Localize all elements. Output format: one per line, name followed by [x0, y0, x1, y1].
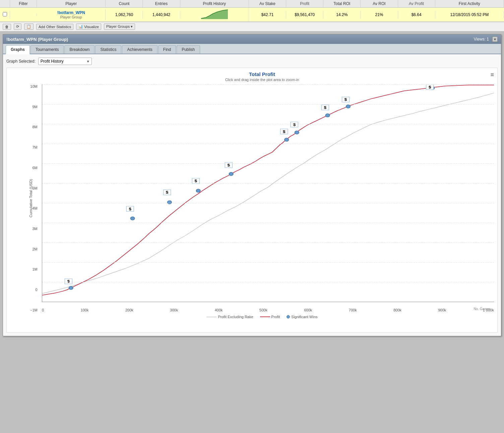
table-row: !botfarm_WPN Player Group 1,062,760 1,44…: [0, 8, 504, 22]
graph-select-row: Graph Selected: Profit History ROI Histo…: [6, 58, 498, 65]
window-title: !botfarm_WPN (Player Group): [6, 37, 68, 42]
tab-find[interactable]: Find: [158, 45, 176, 54]
svg-text:$: $: [324, 105, 327, 110]
legend-profit-excl-line: [206, 317, 216, 317]
tab-tournaments[interactable]: Tournaments: [30, 45, 64, 54]
col-av-profit: Av Profit: [398, 0, 435, 7]
y-tick-10m: 10M: [30, 84, 37, 88]
legend-sig-wins-dot: [287, 315, 290, 318]
player-name[interactable]: !botfarm_WPN: [40, 10, 103, 15]
x-tick-800k: 800k: [393, 308, 401, 312]
y-tick-4m: 4M: [32, 206, 37, 210]
row-entries: 1,440,942: [143, 11, 180, 18]
col-count: Count: [106, 0, 143, 7]
row-filter: [10, 13, 37, 16]
refresh-button[interactable]: ⟳: [14, 23, 21, 30]
tab-achievements[interactable]: Achievements: [122, 45, 157, 54]
sparkline-svg: [201, 9, 228, 19]
col-entries: Entries: [143, 0, 180, 7]
svg-text:$: $: [129, 207, 131, 211]
graph-select-label: Graph Selected:: [6, 59, 36, 64]
data-table: Filter Player Count Entries Profit Histo…: [0, 0, 504, 22]
x-tick-500k: 500k: [259, 308, 267, 312]
copy-button[interactable]: 📋: [24, 23, 34, 30]
graph-select[interactable]: Profit History ROI History Stake History: [38, 58, 92, 65]
col-av-stake: Av Stake: [249, 0, 286, 7]
row-first-activity: 12/18/2015 05:52 PM: [435, 11, 504, 18]
row-player: !botfarm_WPN Player Group: [37, 9, 106, 20]
sig-win-5: [229, 172, 233, 176]
row-av-roi: 21%: [361, 11, 398, 18]
grid-4m: [42, 203, 494, 203]
tab-breakdown[interactable]: Breakdown: [64, 45, 94, 54]
close-button[interactable]: ×: [492, 37, 498, 42]
col-filter: Filter: [10, 0, 37, 7]
sig-win-2: [130, 217, 134, 220]
graph-select-wrapper[interactable]: Profit History ROI History Stake History: [38, 58, 92, 65]
tab-publish[interactable]: Publish: [177, 45, 200, 54]
col-profit: Profit: [286, 0, 323, 7]
legend-sig-wins: Significant Wins: [287, 315, 317, 319]
chart-container: Total Profit Click and drag inside the p…: [6, 68, 498, 333]
sig-win-8: [326, 114, 330, 117]
x-tick-200k: 200k: [125, 308, 133, 312]
y-tick-7m: 7M: [32, 145, 37, 149]
x-axis: 0 100k 200k 300k 400k 500k 600k 700k 800…: [42, 307, 494, 312]
window-titlebar: !botfarm_WPN (Player Group) Views: 1 ×: [3, 34, 501, 44]
row-total-roi: 14.2%: [323, 11, 361, 18]
sig-win-6: [285, 138, 289, 141]
x-tick-700k: 700k: [349, 308, 357, 312]
svg-text:$: $: [67, 279, 70, 283]
profit-chart-svg: $ $ $ $ $: [42, 84, 494, 302]
delete-button[interactable]: 🗑: [3, 24, 11, 30]
row-profit-sparkline: [180, 8, 249, 21]
col-profit-history: Profit History: [180, 0, 249, 7]
legend-profit-line: [260, 316, 270, 317]
grid-3m: [42, 223, 494, 223]
sig-win-3: [168, 201, 172, 204]
refresh-icon: ⟳: [16, 24, 19, 29]
y-tick-0: 0: [36, 288, 38, 292]
grid-6m: [42, 163, 494, 164]
svg-text:$: $: [344, 97, 347, 101]
col-check: [0, 0, 10, 7]
no-games-label: No. Games: [474, 307, 491, 311]
grid-10m: [42, 84, 494, 85]
visualize-button[interactable]: 📊 Visualize: [76, 23, 101, 30]
y-tick-8m: 8M: [32, 125, 37, 129]
x-tick-600k: 600k: [304, 308, 312, 312]
y-tick-5m: 5M: [32, 186, 37, 190]
delete-icon: 🗑: [5, 25, 9, 29]
svg-text:$: $: [283, 130, 286, 134]
svg-text:$: $: [195, 179, 197, 183]
x-tick-0: 0: [42, 308, 44, 312]
tab-statistics[interactable]: Statistics: [95, 45, 121, 54]
plot-area[interactable]: $ $ $ $ $: [42, 84, 494, 302]
row-av-profit: $6.64: [398, 11, 435, 18]
legend-profit: Profit: [260, 315, 280, 319]
legend-profit-excl: Profit Excluding Rake: [206, 315, 253, 319]
chart-menu-icon[interactable]: ≡: [490, 71, 494, 78]
chart-legend: Profit Excluding Rake Profit Significant…: [30, 315, 494, 319]
x-tick-300k: 300k: [170, 308, 178, 312]
grid-2m: [42, 242, 494, 243]
col-player: Player: [37, 0, 106, 7]
sig-win-7: [295, 131, 299, 134]
y-tick-1m: 1M: [32, 267, 37, 271]
player-groups-button[interactable]: Player Groups ▾: [104, 23, 135, 30]
copy-icon: 📋: [26, 24, 31, 29]
add-statistics-button[interactable]: Add Other Statistics: [36, 24, 73, 30]
grid-5m: [42, 183, 494, 184]
grid-7m: [42, 144, 494, 144]
svg-text:$: $: [228, 163, 230, 167]
row-checkbox[interactable]: [3, 12, 7, 16]
row-check[interactable]: [0, 11, 10, 19]
tab-graphs[interactable]: Graphs: [6, 45, 30, 54]
row-av-stake: $42.71: [249, 11, 286, 18]
table-header: Filter Player Count Entries Profit Histo…: [0, 0, 504, 8]
svg-text:$: $: [429, 85, 431, 89]
col-total-roi: Total ROI: [323, 0, 361, 7]
y-tick-neg1m: −1M: [30, 308, 38, 312]
svg-text:$: $: [166, 191, 169, 195]
main-window: !botfarm_WPN (Player Group) Views: 1 × G…: [3, 34, 501, 336]
